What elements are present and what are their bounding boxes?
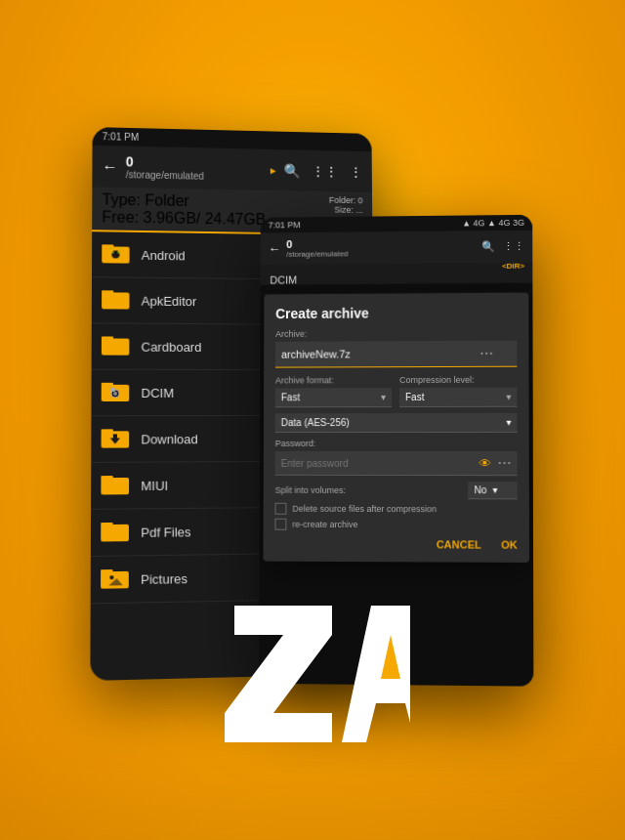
recreate-checkbox[interactable] bbox=[274, 519, 286, 530]
path-info-front: 0 /storage/emulated bbox=[286, 238, 348, 259]
compression-select[interactable]: Fast ▾ bbox=[399, 388, 517, 407]
svg-rect-20 bbox=[101, 478, 129, 495]
folder-path-back: /storage/emulated bbox=[126, 169, 263, 183]
toolbar-front: ← 0 /storage/emulated 🔍 ⋮⋮ bbox=[261, 231, 533, 265]
svg-rect-17 bbox=[102, 429, 113, 433]
delete-source-checkbox[interactable] bbox=[275, 503, 287, 515]
file-name: Pictures bbox=[141, 570, 188, 586]
password-input[interactable] bbox=[281, 457, 479, 468]
grid-icon-back[interactable]: ⋮⋮ bbox=[312, 163, 338, 179]
chevron-down-icon2: ▾ bbox=[506, 392, 511, 402]
compression-label: Compression level: bbox=[399, 375, 517, 385]
format-label: Archive format: bbox=[275, 375, 392, 385]
path-info-back: 0 /storage/emulated bbox=[126, 153, 263, 182]
chevron-down-icon3: ▾ bbox=[506, 417, 511, 428]
za-logo bbox=[215, 596, 410, 752]
svg-rect-25 bbox=[101, 569, 112, 573]
back-arrow-front[interactable]: ← bbox=[269, 241, 281, 256]
eye-icon[interactable]: 👁 bbox=[479, 456, 491, 471]
more-icon-back[interactable]: ⋮ bbox=[350, 164, 363, 180]
file-name: Android bbox=[142, 247, 186, 262]
cancel-button[interactable]: CANCEL bbox=[437, 538, 481, 550]
recreate-checkbox-row[interactable]: re-create archive bbox=[274, 519, 517, 531]
folder-icon bbox=[102, 426, 130, 451]
svg-marker-28 bbox=[225, 606, 332, 742]
sd-arrow-back: ▸ bbox=[271, 163, 276, 177]
encryption-select[interactable]: Data (AES-256) ▾ bbox=[275, 413, 518, 433]
svg-rect-21 bbox=[101, 476, 112, 480]
file-name: ApkEditor bbox=[142, 293, 197, 308]
svg-rect-19 bbox=[113, 434, 117, 439]
svg-rect-22 bbox=[101, 525, 129, 542]
file-name: DCIM bbox=[141, 385, 174, 399]
folder-count: Folder: 0 bbox=[329, 195, 362, 205]
more-button-archive[interactable]: ⋯ bbox=[479, 346, 493, 361]
folder-path-front: /storage/emulated bbox=[286, 249, 348, 258]
folder-icon bbox=[101, 520, 129, 546]
delete-source-label: Delete source files after compression bbox=[292, 504, 437, 514]
search-icon-front[interactable]: 🔍 bbox=[481, 240, 495, 253]
svg-rect-10 bbox=[102, 336, 113, 340]
svg-rect-1 bbox=[102, 244, 113, 248]
folder-icon bbox=[102, 241, 129, 267]
file-name: Cardboard bbox=[142, 339, 202, 354]
chevron-down-icon: ▾ bbox=[381, 392, 386, 402]
format-group: Archive format: Fast ▾ bbox=[275, 375, 392, 407]
toolbar-icons-back: 🔍 ⋮⋮ ⋮ bbox=[283, 162, 362, 179]
password-field[interactable]: 👁 ⋯ bbox=[275, 451, 518, 476]
svg-rect-8 bbox=[102, 290, 113, 294]
folder-icon bbox=[102, 287, 129, 313]
folder-icon bbox=[102, 380, 130, 405]
folder-number-front: 0 bbox=[286, 238, 348, 250]
folder-icon bbox=[102, 333, 130, 358]
split-select[interactable]: No ▾ bbox=[468, 482, 517, 499]
password-label: Password: bbox=[275, 439, 518, 448]
svg-marker-29 bbox=[342, 606, 410, 742]
format-select[interactable]: Fast ▾ bbox=[275, 388, 392, 407]
toolbar-icons-front: 🔍 ⋮⋮ bbox=[481, 240, 524, 253]
chevron-down-icon4: ▾ bbox=[492, 484, 497, 495]
back-arrow-back[interactable]: ← bbox=[103, 157, 118, 175]
dialog-title: Create archive bbox=[275, 305, 517, 321]
dialog-actions: CANCEL OK bbox=[274, 538, 517, 551]
archive-value: archiveNew.7z bbox=[281, 348, 351, 359]
search-icon-back[interactable]: 🔍 bbox=[283, 162, 300, 178]
file-name: Download bbox=[141, 432, 197, 446]
ok-button[interactable]: OK bbox=[501, 539, 518, 551]
file-name: MIUI bbox=[141, 478, 168, 492]
compression-group: Compression level: Fast ▾ bbox=[399, 375, 517, 407]
svg-rect-23 bbox=[101, 523, 112, 526]
split-value: No bbox=[474, 484, 486, 495]
signal-icons: ▲ 4G ▲ 4G 3G bbox=[462, 218, 524, 229]
folder-size: Size: ... bbox=[329, 205, 363, 215]
archive-label: Archive: bbox=[275, 328, 517, 339]
grid-icon-front[interactable]: ⋮⋮ bbox=[503, 240, 524, 253]
more-button-password[interactable]: ⋯ bbox=[497, 455, 511, 471]
create-archive-dialog: Create archive Archive: archiveNew.7z ⋯ … bbox=[263, 293, 529, 563]
svg-point-14 bbox=[113, 392, 117, 396]
dir-label: <DIR> bbox=[502, 262, 524, 271]
svg-rect-24 bbox=[101, 571, 129, 589]
split-row: Split into volumes: No ▾ bbox=[275, 482, 518, 499]
time-back: 7:01 PM bbox=[103, 131, 140, 143]
split-label: Split into volumes: bbox=[275, 485, 347, 495]
toolbar-back: ← 0 /storage/emulated ▸ 🔍 ⋮⋮ ⋮ bbox=[92, 146, 372, 192]
svg-rect-9 bbox=[102, 338, 130, 355]
svg-rect-15 bbox=[110, 388, 115, 392]
recreate-label: re-create archive bbox=[292, 520, 357, 529]
folder-icon bbox=[101, 567, 129, 593]
format-row: Archive format: Fast ▾ Compression level… bbox=[275, 375, 518, 408]
file-name: Pdf Files bbox=[141, 525, 190, 540]
compression-value: Fast bbox=[405, 392, 424, 402]
svg-rect-7 bbox=[102, 292, 129, 309]
format-value: Fast bbox=[281, 392, 300, 402]
folder-icon bbox=[101, 473, 129, 499]
time-front: 7:01 PM bbox=[269, 220, 301, 230]
delete-source-checkbox-row[interactable]: Delete source files after compression bbox=[275, 503, 518, 516]
svg-rect-12 bbox=[102, 383, 113, 387]
encryption-label: Data (AES-256) bbox=[281, 417, 350, 428]
archive-input[interactable]: archiveNew.7z ⋯ bbox=[275, 341, 517, 368]
